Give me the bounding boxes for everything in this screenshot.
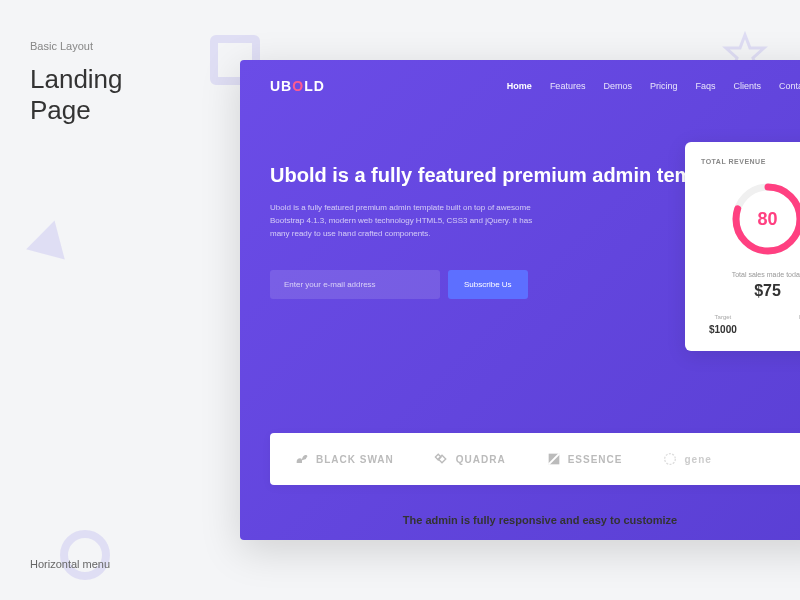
revenue-card: TOTAL REVENUE 80 Total sales made today … — [685, 142, 800, 351]
sales-label: Total sales made today — [701, 271, 800, 278]
nav-features[interactable]: Features — [550, 81, 586, 91]
nav-home[interactable]: Home — [507, 81, 532, 91]
nav-contact[interactable]: Contact — [779, 81, 800, 91]
decor-circle — [60, 530, 110, 580]
nav-demos[interactable]: Demos — [603, 81, 632, 91]
revenue-ring-value: 80 — [757, 209, 777, 230]
gene-icon — [662, 451, 678, 467]
nav-pricing[interactable]: Pricing — [650, 81, 678, 91]
top-nav: UBOLD Home Features Demos Pricing Faqs C… — [240, 60, 800, 112]
decor-triangle — [26, 215, 74, 259]
revenue-ring: 80 — [728, 179, 801, 259]
revenue-title: TOTAL REVENUE — [701, 158, 800, 165]
client-gene: gene — [662, 451, 711, 467]
page-title: Landing Page — [30, 64, 123, 126]
tagline: The admin is fully responsive and easy t… — [240, 514, 800, 526]
essence-icon — [546, 451, 562, 467]
nav-faqs[interactable]: Faqs — [695, 81, 715, 91]
target-col: Target $1000 — [709, 314, 737, 335]
client-quadra: QUADRA — [434, 451, 506, 467]
revenue-row: Target $1000 Last week $523 — [701, 314, 800, 335]
quadra-icon — [434, 451, 450, 467]
client-blackswan: BLACK SWAN — [294, 451, 394, 467]
clients-strip: BLACK SWAN QUADRA ESSENCE gene — [270, 433, 800, 485]
breadcrumb: Basic Layout — [30, 40, 123, 52]
sales-value: $75 — [701, 282, 800, 300]
nav-menu: Home Features Demos Pricing Faqs Clients… — [507, 81, 800, 91]
nav-clients[interactable]: Clients — [733, 81, 761, 91]
preview-frame: UBOLD Home Features Demos Pricing Faqs C… — [240, 60, 800, 540]
client-essence: ESSENCE — [546, 451, 623, 467]
left-meta: Basic Layout Landing Page — [30, 40, 123, 126]
layout-note: Horizontal menu — [30, 558, 110, 570]
svg-point-5 — [665, 454, 676, 465]
email-input[interactable] — [270, 270, 440, 299]
hero-sub: Ubold is a fully featured premium admin … — [270, 202, 550, 240]
hero: Ubold is a fully featured premium admin … — [240, 112, 800, 299]
logo[interactable]: UBOLD — [270, 78, 325, 94]
swan-icon — [294, 451, 310, 467]
subscribe-button[interactable]: Subscribe Us — [448, 270, 528, 299]
